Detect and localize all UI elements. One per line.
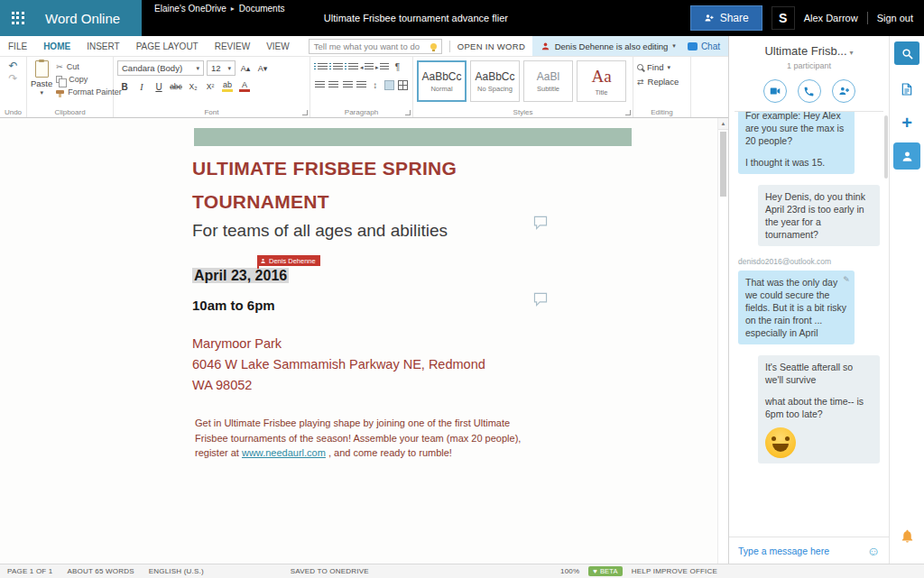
document-pane-button[interactable]	[895, 78, 919, 101]
font-color-button[interactable]: A	[237, 79, 252, 94]
chevron-down-icon: ▾	[850, 49, 854, 57]
people-pane-button-active[interactable]	[893, 142, 920, 170]
ribbon-spacer	[691, 57, 728, 117]
shrink-font-button[interactable]: A▾	[255, 61, 270, 76]
tab-file[interactable]: FILE	[0, 36, 35, 56]
align-center-button[interactable]	[328, 78, 339, 92]
chat-scrollbar[interactable]	[884, 115, 888, 179]
document-scrollbar[interactable]: ▲	[717, 118, 728, 564]
sign-out-link[interactable]: Sign out	[877, 13, 913, 23]
voice-call-button[interactable]	[798, 79, 821, 103]
add-pane-button[interactable]: +	[895, 112, 919, 133]
doc-body-paragraph[interactable]: Get in Ultimate Frisbee playing shape by…	[195, 416, 529, 461]
font-group: Candara (Body) ▾ 12 ▾ A▴ A▾ B I U abc X₂	[114, 57, 310, 117]
doc-address-line2[interactable]: WA 98052	[192, 378, 252, 392]
document-canvas[interactable]: ULTIMATE FRISBEE SPRING TOURNAMENT For t…	[0, 118, 728, 564]
multilevel-list-button[interactable]	[345, 60, 358, 74]
justify-button[interactable]	[356, 78, 367, 92]
doc-venue[interactable]: Marymoor Park	[192, 336, 282, 351]
tab-insert[interactable]: INSERT	[79, 36, 128, 56]
undo-button[interactable]: ↶	[8, 60, 17, 71]
line-spacing-button[interactable]: ↕	[369, 78, 381, 92]
superscript-button[interactable]: X²	[203, 79, 217, 94]
skype-button[interactable]: S	[772, 6, 795, 30]
chevron-down-icon[interactable]: ▾	[672, 42, 676, 50]
copy-button[interactable]: Copy	[56, 75, 122, 84]
tab-home[interactable]: HOME	[35, 36, 79, 56]
notifications-button[interactable]	[895, 524, 919, 547]
scroll-up-icon[interactable]: ▲	[718, 118, 728, 130]
add-participant-button[interactable]	[832, 79, 855, 103]
paste-button[interactable]: Paste ▾	[31, 60, 52, 106]
numbered-list-button[interactable]	[329, 60, 343, 74]
style-no-spacing[interactable]: AaBbCc No Spacing	[470, 60, 520, 102]
edit-message-icon[interactable]: ✎	[843, 273, 850, 286]
chat-message-input[interactable]: Type a message here	[738, 546, 862, 556]
font-dialog-launcher-icon[interactable]	[302, 110, 308, 115]
doc-date-text[interactable]: April 23, 2016	[192, 268, 289, 283]
subscript-button[interactable]: X₂	[186, 79, 200, 94]
tab-page-layout[interactable]: PAGE LAYOUT	[128, 36, 207, 56]
page-count-status[interactable]: PAGE 1 OF 1	[7, 567, 53, 575]
styles-dialog-launcher-icon[interactable]	[625, 110, 631, 115]
decrease-indent-button[interactable]: ◂	[360, 60, 374, 74]
comment-icon[interactable]	[532, 292, 549, 307]
style-subtitle[interactable]: AaBl Subtitle	[523, 60, 573, 102]
help-improve-office-link[interactable]: HELP IMPROVE OFFICE	[632, 567, 717, 575]
align-left-button[interactable]	[314, 78, 326, 92]
underline-button[interactable]: U	[152, 79, 166, 94]
tab-review[interactable]: REVIEW	[207, 36, 258, 56]
borders-button[interactable]	[397, 78, 409, 92]
doc-time[interactable]: 10am to 6pm	[192, 298, 275, 313]
doc-date-line[interactable]: Denis Dehenne April 23, 2016	[192, 268, 289, 284]
highlight-color-button[interactable]: ab	[220, 79, 235, 94]
format-painter-button[interactable]: Format Painter	[56, 87, 122, 96]
app-name[interactable]: Word Online	[36, 0, 142, 36]
style-title[interactable]: Aa Title	[577, 60, 626, 102]
paste-dropdown-icon[interactable]: ▾	[40, 89, 43, 96]
coauthor-notice[interactable]: Denis Dehenne is also editing	[555, 41, 669, 51]
show-paragraph-marks-button[interactable]: ¶	[391, 60, 404, 74]
find-button[interactable]: Find ▾	[637, 62, 687, 72]
search-button[interactable]	[894, 41, 919, 65]
replace-button[interactable]: ⇄ Replace	[637, 77, 687, 87]
doc-heading-line2[interactable]: TOURNAMENT	[192, 191, 329, 213]
bold-button[interactable]: B	[117, 79, 132, 94]
style-normal[interactable]: AaBbCc Normal	[417, 60, 467, 102]
language-status[interactable]: ENGLISH (U.S.)	[149, 567, 204, 575]
registration-link[interactable]: www.needaurl.com	[242, 447, 326, 458]
chat-toggle-button[interactable]: Chat	[688, 41, 720, 51]
coauthor-presence-flag[interactable]: Denis Dehenne	[257, 255, 320, 266]
scrollbar-thumb[interactable]	[720, 132, 726, 197]
strikethrough-button[interactable]: abc	[169, 79, 183, 94]
cut-button[interactable]: ✂ Cut	[56, 62, 122, 71]
chevron-down-icon: ▾	[196, 65, 199, 72]
paragraph-dialog-launcher-icon[interactable]	[405, 110, 411, 115]
tab-view[interactable]: VIEW	[258, 36, 298, 56]
bullet-list-button[interactable]	[314, 60, 328, 74]
emoji-picker-icon[interactable]: ☺	[867, 545, 880, 557]
chat-message-list[interactable]: For example: Hey Alex are you sure the m…	[729, 112, 889, 537]
doc-heading-line1[interactable]: ULTIMATE FRISBEE SPRING	[192, 158, 457, 179]
font-size-select[interactable]: 12 ▾	[207, 60, 236, 76]
styles-group-label: Styles	[413, 108, 633, 116]
user-name[interactable]: Alex Darrow	[804, 13, 858, 23]
chat-conversation-title[interactable]: Ultimate Frisb...▾	[729, 44, 889, 58]
app-launcher-button[interactable]	[0, 0, 36, 36]
word-count-status[interactable]: ABOUT 65 WORDS	[68, 567, 134, 575]
video-call-button[interactable]	[763, 79, 787, 103]
grow-font-button[interactable]: A▴	[238, 61, 253, 76]
increase-indent-button[interactable]: ▸	[375, 60, 389, 74]
doc-address-line1[interactable]: 6046 W Lake Sammamish Parkway NE, Redmon…	[192, 357, 485, 372]
font-name-select[interactable]: Candara (Body) ▾	[117, 60, 204, 76]
shading-button[interactable]	[383, 78, 394, 92]
align-right-button[interactable]	[342, 78, 354, 92]
share-button[interactable]: Share	[690, 5, 762, 31]
doc-subtitle[interactable]: For teams of all ages and abilities	[192, 221, 448, 241]
comment-icon[interactable]	[532, 216, 549, 230]
zoom-level[interactable]: 100%	[560, 567, 579, 575]
italic-button[interactable]: I	[134, 79, 149, 94]
tell-me-input[interactable]: Tell me what you want to do	[309, 39, 442, 54]
redo-button[interactable]: ↷	[8, 73, 17, 84]
open-in-word-button[interactable]: OPEN IN WORD	[457, 41, 525, 51]
